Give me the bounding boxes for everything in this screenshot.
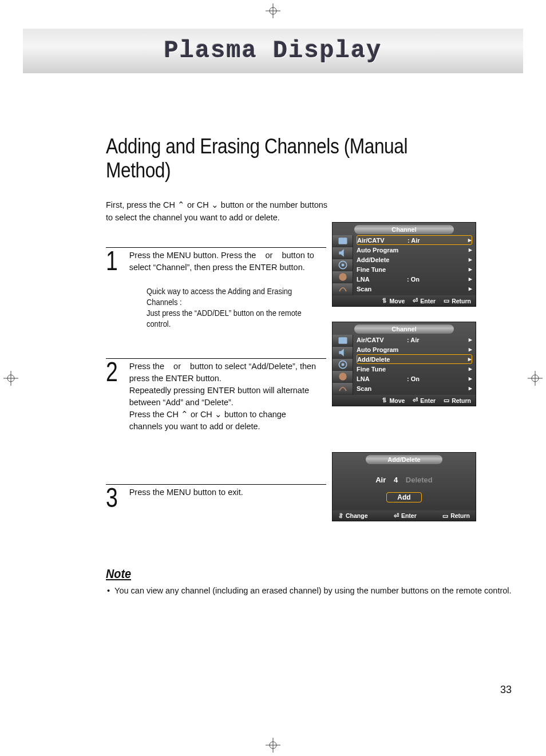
return-icon: ▭ bbox=[442, 512, 448, 519]
osd-row: Auto Program▸ bbox=[357, 345, 472, 354]
sound-icon bbox=[333, 347, 353, 359]
bullet-icon: • bbox=[106, 585, 110, 596]
step-number: 3 bbox=[106, 486, 118, 510]
channel-icon bbox=[333, 259, 353, 271]
move-icon: ⥮ bbox=[382, 397, 387, 404]
note-block: Note • You can view any channel (includi… bbox=[106, 567, 512, 596]
osd-title: Add/Delete bbox=[366, 455, 442, 464]
step-text: Press the MENU button to exit. bbox=[129, 486, 318, 498]
osd-add-delete: Add/Delete Air 4 Deleted Add ⥯Change ⏎En… bbox=[332, 452, 476, 521]
osd-row: Fine Tune▸ bbox=[357, 364, 472, 374]
osd-row: Scan▸ bbox=[357, 383, 472, 393]
osd-channel-menu-1: Channel Air/CATV: Air▸ Auto Program▸ Add… bbox=[332, 222, 476, 307]
registration-mark-icon bbox=[3, 371, 18, 386]
picture-icon bbox=[333, 335, 353, 347]
add-button: Add bbox=[386, 492, 421, 502]
registration-mark-icon bbox=[528, 371, 543, 386]
page-title: Adding and Erasing Channels (Manual Meth… bbox=[106, 134, 458, 183]
picture-icon bbox=[333, 235, 353, 247]
osd-row: LNA: On▸ bbox=[357, 274, 472, 284]
return-icon: ▭ bbox=[444, 297, 449, 304]
note-heading: Note bbox=[106, 567, 472, 581]
osd-row: Scan▸ bbox=[357, 284, 472, 294]
enter-icon: ⏎ bbox=[413, 397, 418, 404]
setup-icon bbox=[333, 371, 353, 383]
osd-row: Air/CATV: Air▸ bbox=[357, 335, 472, 345]
step-number: 1 bbox=[106, 250, 118, 273]
change-icon: ⥯ bbox=[338, 512, 343, 519]
note-text: You can view any channel (including an e… bbox=[114, 585, 512, 596]
step-text: Press the MENU button. Press the or butt… bbox=[129, 250, 318, 274]
header-banner: Plasma Display bbox=[23, 29, 523, 73]
function-icon bbox=[333, 283, 353, 295]
osd-title: Channel bbox=[354, 324, 454, 334]
osd-channel-menu-2: Channel Air/CATV: Air▸ Auto Program▸ Add… bbox=[332, 322, 476, 406]
svg-point-19 bbox=[339, 373, 346, 380]
osd-rows: Air/CATV: Air▸ Auto Program▸ Add/Delete▸… bbox=[353, 335, 476, 395]
enter-icon: ⏎ bbox=[394, 512, 399, 519]
svg-point-18 bbox=[341, 363, 344, 366]
osd-row: LNA: On▸ bbox=[357, 374, 472, 383]
osd-footer: ⥮Move ⏎Enter ▭Return bbox=[333, 295, 476, 306]
osd-footer: ⥮Move ⏎Enter ▭Return bbox=[333, 395, 476, 406]
osd-row: Add/Delete▸ bbox=[357, 255, 472, 264]
step-number: 2 bbox=[106, 361, 118, 384]
step-hint: Quick way to access the Adding and Erasi… bbox=[147, 286, 304, 330]
return-icon: ▭ bbox=[444, 397, 449, 404]
banner-title: Plasma Display bbox=[164, 37, 382, 65]
channel-status-line: Air 4 Deleted bbox=[333, 464, 476, 492]
enter-icon: ⏎ bbox=[413, 297, 418, 304]
osd-title: Channel bbox=[354, 225, 454, 234]
registration-mark-icon bbox=[266, 738, 280, 753]
move-icon: ⥮ bbox=[382, 297, 387, 304]
page-number: 33 bbox=[500, 684, 512, 696]
osd-row: Auto Program▸ bbox=[357, 245, 472, 255]
function-icon bbox=[333, 383, 353, 395]
svg-point-14 bbox=[341, 264, 344, 267]
registration-mark-icon bbox=[266, 3, 280, 18]
channel-icon bbox=[333, 359, 353, 371]
svg-rect-12 bbox=[338, 238, 347, 244]
svg-rect-16 bbox=[338, 337, 347, 344]
osd-rows: Air/CATV: Air▸ Auto Program▸ Add/Delete▸… bbox=[353, 235, 476, 295]
intro-text: First, press the CH ⌃ or CH ⌄ button or … bbox=[106, 199, 507, 224]
osd-row: Fine Tune▸ bbox=[357, 264, 472, 274]
sound-icon bbox=[333, 247, 353, 259]
osd-footer: ⥯Change ⏎Enter ▭Return bbox=[333, 510, 476, 521]
svg-point-15 bbox=[339, 273, 346, 280]
step-text: Press the or button to select “Add/Delet… bbox=[129, 361, 318, 433]
setup-icon bbox=[333, 271, 353, 283]
intro-line: First, press the CH ⌃ or CH ⌄ button or … bbox=[106, 199, 507, 211]
osd-row: Add/Delete▸ bbox=[357, 354, 472, 364]
osd-row: Air/CATV: Air▸ bbox=[357, 235, 472, 245]
